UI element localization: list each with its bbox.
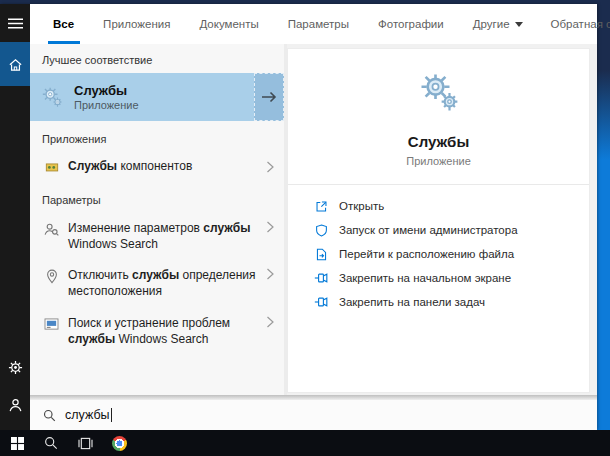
preview-hero: Службы Приложение (288, 71, 589, 167)
card-divider (288, 184, 589, 185)
action-label: Закрепить на панели задач (339, 296, 485, 308)
troubleshoot-icon (44, 317, 59, 332)
chevron-right-icon (266, 161, 276, 173)
text-cursor (111, 408, 112, 422)
preview-area: Службы Приложение Открыть (287, 44, 597, 395)
search-flyout-window: Все Приложения Документы Параметры Фотог… (0, 4, 597, 430)
sidebar-spacer (0, 86, 30, 348)
best-match-header: Лучшее соответствие (30, 46, 284, 73)
settings-button[interactable] (0, 348, 30, 386)
best-match-subtitle: Приложение (74, 99, 254, 111)
action-run-as-admin[interactable]: Запуск от имени администратора (288, 218, 589, 242)
taskbar-search-button[interactable] (34, 430, 68, 456)
settings-results: Изменение параметров службы Windows Sear… (30, 213, 284, 356)
search-tabbar: Все Приложения Документы Параметры Фотог… (30, 4, 597, 44)
desktop: Все Приложения Документы Параметры Фотог… (0, 0, 610, 456)
result-label: Отключить службы определения местоположе… (68, 268, 256, 300)
pin-icon (314, 295, 328, 309)
windows-logo-icon (11, 437, 24, 450)
tab-apps[interactable]: Приложения (102, 4, 171, 44)
start-button[interactable] (0, 430, 34, 456)
search-input[interactable]: службы (30, 400, 597, 430)
expand-result-button[interactable] (254, 73, 284, 121)
chevron-right-icon (266, 221, 276, 233)
taskbar (0, 430, 610, 456)
task-view-icon (78, 437, 93, 450)
flyout-sidebar (0, 4, 30, 430)
action-label: Открыть (339, 200, 384, 212)
results-panel: Лучшее соответствие (30, 44, 284, 395)
result-troubleshoot-search[interactable]: Поиск и устранение проблем службы Window… (30, 308, 284, 356)
settings-section-header: Параметры (30, 182, 284, 213)
location-icon (44, 269, 59, 284)
results-content: Лучшее соответствие (30, 44, 597, 395)
chevron-down-icon (515, 22, 523, 27)
services-gears-icon (418, 71, 460, 113)
best-match-title: Службы (74, 83, 254, 99)
account-button[interactable] (0, 386, 30, 424)
file-location-icon (314, 247, 328, 261)
admin-shield-icon (314, 223, 328, 237)
chrome-taskbar-button[interactable] (102, 430, 136, 456)
tab-more[interactable]: Другие (472, 4, 524, 44)
user-search-icon (44, 222, 59, 237)
action-label: Закрепить на начальном экране (339, 272, 511, 284)
result-label: Службы компонентов (68, 159, 256, 175)
tab-photos[interactable]: Фотографии (377, 4, 445, 44)
hamburger-icon (8, 18, 23, 29)
preview-app-subtitle: Приложение (406, 155, 471, 167)
tab-documents[interactable]: Документы (198, 4, 259, 44)
result-change-search-service[interactable]: Изменение параметров службы Windows Sear… (30, 213, 284, 261)
preview-card: Службы Приложение Открыть (287, 48, 590, 393)
result-component-services[interactable]: Службы компонентов (30, 152, 284, 182)
search-icon (44, 436, 58, 450)
action-pin-to-taskbar[interactable]: Закрепить на панели задач (288, 290, 589, 314)
hamburger-menu-button[interactable] (0, 4, 30, 42)
search-query-text: службы (65, 408, 110, 422)
home-button[interactable] (0, 42, 30, 86)
result-disable-location-services[interactable]: Отключить службы определения местоположе… (30, 260, 284, 308)
open-icon (314, 199, 328, 213)
chevron-right-icon (266, 316, 276, 328)
result-label: Изменение параметров службы Windows Sear… (68, 221, 256, 253)
action-label: Перейти к расположению файла (339, 248, 514, 260)
best-match-text: Службы Приложение (74, 83, 254, 111)
best-match-result[interactable]: Службы Приложение (30, 73, 284, 121)
arrow-right-icon (261, 91, 277, 103)
component-services-icon (44, 159, 59, 174)
task-view-button[interactable] (68, 430, 102, 456)
person-icon (8, 398, 23, 413)
preview-app-title: Службы (408, 133, 469, 150)
chrome-icon (112, 436, 127, 451)
flyout-main: Все Приложения Документы Параметры Фотог… (30, 4, 597, 430)
services-gears-icon (30, 86, 74, 108)
action-open-file-location[interactable]: Перейти к расположению файла (288, 242, 589, 266)
tab-settings[interactable]: Параметры (287, 4, 350, 44)
home-icon (8, 57, 23, 72)
apps-section-header: Приложения (30, 121, 284, 152)
pin-icon (314, 271, 328, 285)
action-open[interactable]: Открыть (288, 194, 589, 218)
gear-icon (8, 360, 23, 375)
chevron-right-icon (266, 268, 276, 280)
feedback-link[interactable]: Обратная связь (551, 18, 610, 30)
search-icon (43, 409, 56, 422)
action-label: Запуск от имени администратора (339, 224, 518, 236)
tabbar-right: Обратная связь ··· (551, 4, 610, 44)
result-label: Поиск и устранение проблем службы Window… (68, 316, 256, 348)
action-pin-to-start[interactable]: Закрепить на начальном экране (288, 266, 589, 290)
tab-all[interactable]: Все (52, 4, 75, 44)
